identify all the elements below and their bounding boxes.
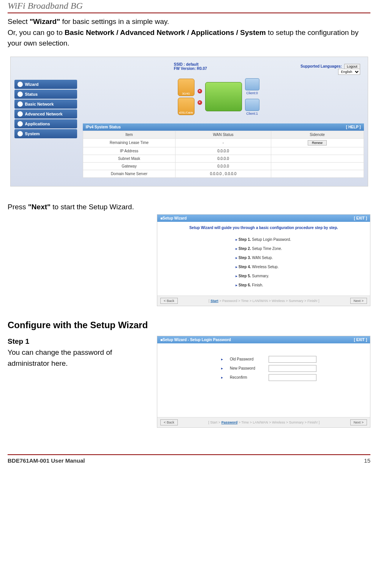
sidebar-item-label: Wizard [25, 82, 39, 87]
basic-network-icon [17, 101, 23, 107]
mid-p1c: to start the Setup Wizard. [51, 203, 134, 211]
advanced-network-icon [17, 111, 23, 117]
intro-p1c: for basic settings in a simple way. [60, 17, 169, 25]
mid-p1b: "Next" [28, 203, 51, 211]
intro-p2b: Basic Network / Advanced Network / Appli… [65, 28, 266, 36]
next-button[interactable]: Next > [350, 298, 367, 304]
step1-heading: Step 1 [8, 337, 149, 347]
cell-side [271, 170, 364, 177]
reconfirm-label: Reconfirm [230, 373, 264, 382]
wizard-title: Setup Wizard [163, 216, 187, 220]
sidebar-item-label: Status [25, 92, 38, 96]
sidebar-item-applications[interactable]: Applications [14, 119, 77, 128]
status-table: Item WAN Status Sidenote Remaining Lease… [83, 131, 364, 178]
sidebar: Wizard Status Basic Network Advanced Net… [14, 80, 77, 139]
wizard-step: Step 3. WAN Setup. [236, 253, 370, 262]
old-password-label: Old Password [230, 355, 264, 364]
table-row: Subnet Mask0.0.0.0 [83, 155, 364, 162]
old-password-input[interactable] [269, 356, 316, 363]
cell-wan: 0.0.0.0 [176, 147, 271, 155]
intro-p1a: Select [8, 17, 30, 25]
page-number: 15 [364, 457, 370, 464]
supported-langs-label: Supported Languages: [301, 64, 342, 68]
wizard-icon [17, 82, 23, 87]
col-wan: WAN Status [176, 131, 271, 138]
mid-p1a: Press [8, 203, 28, 211]
wizard-step: Step 6. Finish. [236, 281, 370, 290]
next-button[interactable]: Next > [350, 419, 367, 425]
cell-side [271, 147, 364, 155]
wired-client-icon [245, 99, 259, 111]
wizard-message: Setup Wizard will guide you through a ba… [157, 222, 370, 235]
col-sidenote: Sidenote [271, 131, 364, 138]
reconfirm-input[interactable] [269, 374, 316, 381]
sidebar-item-wizard[interactable]: Wizard [14, 80, 77, 89]
crumb-active: Start [210, 299, 218, 303]
cell-item: Subnet Mask [83, 155, 176, 162]
field-row: Reconfirm [221, 373, 370, 382]
col-item: Item [83, 131, 176, 138]
cell-wan: 0.0.0.0 [176, 162, 271, 170]
system-icon [17, 131, 23, 136]
table-row: Remaining Lease Time-Renew [83, 138, 364, 147]
cell-wan: 0.0.0.0 , 0.0.0.0 [176, 170, 271, 177]
field-row: Old Password [221, 355, 370, 364]
back-button[interactable]: < Back [160, 419, 178, 425]
diag-xdsl-icon: xDSL/Cable [178, 98, 195, 115]
cell-item: Domain Name Server [83, 170, 176, 177]
breadcrumb: [ Start > Password > Time > LAN/WAN > Wi… [182, 299, 346, 303]
renew-button[interactable]: Renew [308, 140, 327, 145]
network-diagram: 3G/4G xDSL/Cable ✕ ✕ Client:0 Client:1 [178, 78, 284, 116]
cell-item: IP Address [83, 147, 176, 155]
status-screenshot: SSID : default FW Version: R0.07 Support… [10, 57, 368, 187]
intro-p1: Select "Wizard" for basic settings in a … [8, 16, 370, 27]
ssid-label: SSID : [174, 62, 185, 66]
client0-label: Client:0 [246, 91, 258, 95]
crumb-active: Password [221, 420, 238, 424]
new-password-label: New Password [230, 364, 264, 373]
sidebar-item-label: Applications [25, 122, 50, 126]
cell-item: Gateway [83, 162, 176, 170]
diag-3g4g-icon: 3G/4G [178, 79, 195, 96]
mid-p1: Press "Next" to start the Setup Wizard. [8, 194, 370, 213]
cell-wan: 0.0.0.0 [176, 155, 271, 162]
breadcrumb: [ Start > Password > Time > LAN/WAN > Wi… [182, 420, 346, 424]
sidebar-item-label: System [25, 131, 40, 136]
exit-link[interactable]: [ EXIT ] [354, 338, 367, 342]
wizard-step: Step 2. Setup Time Zone. [236, 244, 370, 253]
sidebar-item-advanced-network[interactable]: Advanced Network [14, 109, 77, 119]
sidebar-item-basic-network[interactable]: Basic Network [14, 100, 77, 109]
router-icon [205, 82, 242, 111]
sidebar-item-status[interactable]: Status [14, 90, 77, 99]
x-icon: ✕ [198, 100, 202, 105]
table-row: IP Address0.0.0.0 [83, 147, 364, 155]
applications-icon [17, 121, 23, 126]
doc-header-title: WiFi Broadband BG [8, 0, 370, 13]
table-row: Domain Name Server0.0.0.0 , 0.0.0.0 [83, 170, 364, 177]
x-icon: ✕ [198, 89, 202, 93]
new-password-input[interactable] [269, 365, 316, 372]
fw-label: FW Version: [174, 66, 196, 71]
header-rule [8, 13, 370, 13]
ipv4-status-panel: IPv4 System Status[ HELP ] Item WAN Stat… [83, 123, 364, 178]
language-select[interactable]: English [338, 69, 360, 75]
intro-p2: Or, you can go to Basic Network / Advanc… [8, 27, 370, 49]
section-heading: Configure with the Setup Wizard [8, 310, 370, 336]
intro-p1b: "Wizard" [30, 17, 60, 25]
wizard-steps: Step 1. Setup Login Password. Step 2. Se… [157, 235, 370, 290]
wizard-start-screenshot: ■ Setup Wizard[ EXIT ] Setup Wizard will… [157, 214, 370, 306]
client1-label: Client:1 [246, 112, 258, 115]
step1-text: You can change the password of administr… [8, 347, 149, 369]
wizard-password-title: Setup Wizard - Setup Login Password [163, 338, 231, 342]
back-button[interactable]: < Back [160, 298, 178, 304]
fw-value: R0.07 [197, 66, 207, 71]
cell-side [271, 162, 364, 170]
table-row: Gateway0.0.0.0 [83, 162, 364, 170]
ssid-value: default [186, 62, 199, 66]
sidebar-item-system[interactable]: System [14, 129, 77, 138]
help-link[interactable]: [ HELP ] [346, 125, 361, 129]
panel-title: IPv4 System Status [86, 125, 121, 129]
footer-rule [8, 454, 370, 455]
exit-link[interactable]: [ EXIT ] [354, 216, 367, 220]
wizard-step: Step 4. Wireless Setup. [236, 262, 370, 272]
